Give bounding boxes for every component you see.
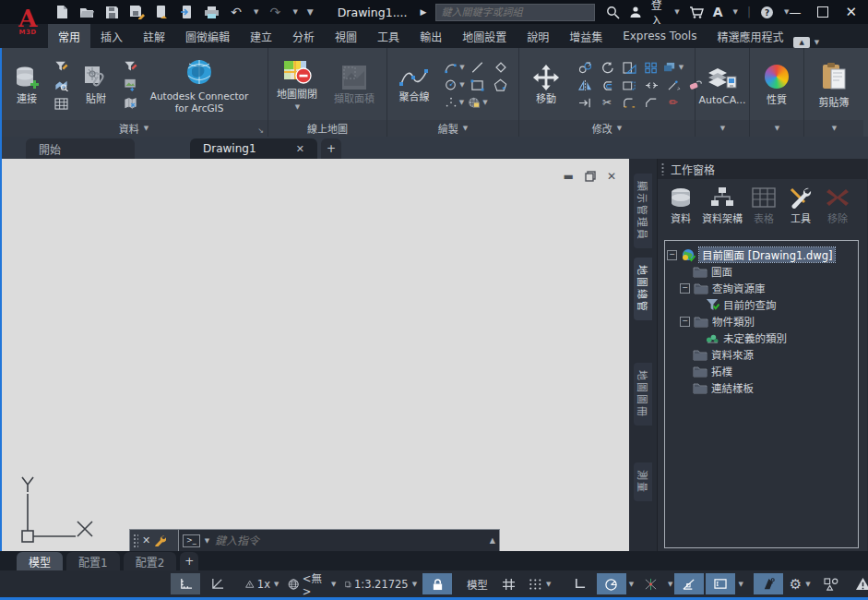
tree-item-data-sources[interactable]: 資料來源 xyxy=(667,346,856,363)
stack-tool-icon[interactable]: ▼ xyxy=(663,62,684,74)
redo-dropdown-icon[interactable]: ▼ xyxy=(292,8,297,16)
grid-toggle[interactable] xyxy=(493,573,523,594)
ribbon-tab-insert[interactable]: 插入 xyxy=(90,24,133,48)
ribbon-tab-home[interactable]: 常用 xyxy=(48,24,90,48)
ribbon-minimize-dropdown-icon[interactable]: ▼ xyxy=(814,39,819,46)
ribbon-tab-output[interactable]: 輸出 xyxy=(410,24,452,48)
ribbon-tab-annotate[interactable]: 註解 xyxy=(133,24,175,48)
command-input[interactable] xyxy=(213,534,485,548)
command-customize-wrench-icon[interactable] xyxy=(154,534,166,546)
object-snap-tracking-toggle[interactable] xyxy=(636,573,665,594)
open-folder-icon[interactable] xyxy=(78,4,95,20)
ribbon-tab-view[interactable]: 視圖 xyxy=(325,24,367,48)
file-tab-close-icon[interactable]: ✕ xyxy=(296,143,304,155)
side-tab-survey[interactable]: 測量 xyxy=(634,462,652,501)
title-expand-icon[interactable]: ▶ xyxy=(421,7,427,17)
point-tool-icon[interactable]: ▼ xyxy=(445,96,464,109)
ribbon-tab-addins[interactable]: 增益集 xyxy=(559,24,612,48)
scale-lock-toggle[interactable] xyxy=(422,573,452,594)
polar-dropdown-icon[interactable]: ▼ xyxy=(629,581,634,588)
new-layout-button[interactable]: + xyxy=(180,552,198,570)
task-pane-tools-button[interactable]: 工具 xyxy=(785,186,816,225)
snap-toggle[interactable]: ▼ xyxy=(525,573,554,594)
dynamic-input-toggle[interactable] xyxy=(706,573,735,594)
offset-tool-icon[interactable] xyxy=(600,79,614,91)
scale-tool-icon[interactable] xyxy=(623,62,636,74)
panel-clipboard[interactable]: 剪貼簿 ▼ xyxy=(804,48,863,137)
copy-tool-icon[interactable] xyxy=(578,62,592,74)
user-icon[interactable] xyxy=(629,6,642,18)
task-pane-schema-button[interactable]: 資料架構 xyxy=(702,186,743,225)
insert-image-icon[interactable] xyxy=(122,78,139,93)
ribbon-tab-create[interactable]: 建立 xyxy=(240,24,282,48)
app-logo[interactable]: A M3D xyxy=(9,0,46,44)
point-style-tool-icon[interactable] xyxy=(494,61,507,74)
command-history-dropdown-icon[interactable]: ▼ xyxy=(205,537,209,545)
dynamic-ucs-toggle[interactable] xyxy=(202,573,232,594)
ribbon-tab-feature-edit[interactable]: 圖徵編輯 xyxy=(175,24,240,48)
panel-clipboard-expand[interactable]: ▼ xyxy=(804,120,863,137)
undo-dropdown-icon[interactable]: ▼ xyxy=(254,8,258,16)
match-properties-tool-icon[interactable] xyxy=(667,79,681,91)
move-button[interactable]: 移動 xyxy=(523,63,569,107)
tree-item-current-query[interactable]: 目前的查詢 xyxy=(667,296,856,313)
rectangle-tool-icon[interactable] xyxy=(470,79,484,91)
panel-data-launcher-icon[interactable]: ↘ xyxy=(257,126,264,135)
array-tool-icon[interactable] xyxy=(645,62,658,74)
tree-item-topology[interactable]: 拓樸 xyxy=(667,363,856,379)
tree-item-link-templates[interactable]: 連結樣板 xyxy=(667,379,856,396)
attach-button[interactable]: 貼附 xyxy=(73,63,119,107)
ribbon-minimize-button[interactable]: ▲ xyxy=(793,37,809,48)
file-tab-drawing1[interactable]: Drawing1 ✕ xyxy=(190,138,317,159)
collapse-icon[interactable]: − xyxy=(680,283,690,294)
autodesk-logo-icon[interactable]: A xyxy=(713,5,723,19)
ribbon-tab-tools[interactable]: 工具 xyxy=(367,24,410,48)
mirror-tool-icon[interactable] xyxy=(578,79,592,91)
drawing-canvas[interactable]: ▬ ✕ xyxy=(2,159,629,551)
task-pane-data-button[interactable]: 資料 xyxy=(665,186,696,225)
file-tab-start[interactable]: 開始 xyxy=(26,138,135,159)
undo-icon[interactable]: ↶ xyxy=(228,4,244,20)
autodesk-dropdown-icon[interactable]: ▼ xyxy=(733,8,738,16)
help-icon[interactable]: ? xyxy=(760,6,774,19)
chamfer-tool-icon[interactable] xyxy=(645,97,658,109)
lengthen-tool-icon[interactable] xyxy=(578,97,592,109)
ribbon-tab-analyze[interactable]: 分析 xyxy=(282,24,325,48)
save-as-icon[interactable] xyxy=(128,4,145,20)
tree-item-undefined-class[interactable]: 未定義的類別 xyxy=(667,330,856,346)
side-tab-display-manager[interactable]: 顯示管理員 xyxy=(634,174,652,248)
print-icon[interactable] xyxy=(203,4,220,20)
object-snap-toggle[interactable] xyxy=(674,573,704,594)
side-tab-map-book[interactable]: 地圖圖冊 xyxy=(634,363,652,426)
panel-autocad-expand[interactable]: ▼ xyxy=(696,120,749,137)
panel-draw-title[interactable]: 繪製▼ xyxy=(387,120,518,137)
polyline-button[interactable]: 聚合線 xyxy=(391,65,437,105)
ribbon-tab-express-tools[interactable]: Express Tools xyxy=(612,24,707,48)
panel-data-expand-icon[interactable]: ▼ xyxy=(144,125,149,132)
filter-edit-icon[interactable] xyxy=(53,59,70,75)
isolate-objects-toggle[interactable] xyxy=(816,573,846,594)
collapse-icon[interactable]: − xyxy=(680,317,690,327)
circle-tool-icon[interactable]: ▼ xyxy=(444,78,464,91)
app-store-cart-icon[interactable] xyxy=(689,6,704,19)
search-data-icon[interactable] xyxy=(53,78,70,93)
minimize-button[interactable]: — xyxy=(789,6,801,19)
new-drawing-tab-button[interactable]: + xyxy=(321,138,341,159)
dyninput-dropdown-icon[interactable]: ▼ xyxy=(738,581,743,588)
side-tab-map-explorer[interactable]: 地圖總管 xyxy=(634,258,652,320)
layout-tab-layout2[interactable]: 配置2 xyxy=(124,552,177,570)
transfer-icon[interactable] xyxy=(178,4,195,20)
new-file-icon[interactable] xyxy=(54,4,70,20)
ribbon-tab-help[interactable]: 說明 xyxy=(517,24,559,48)
workspace-switching-control[interactable]: ⚙▼ xyxy=(785,573,814,594)
tree-item-current-map[interactable]: − 目前圖面 [Drawing1.dwg] xyxy=(667,246,856,263)
table-icon[interactable] xyxy=(53,96,70,112)
coordinate-system-control[interactable]: <無>▼ xyxy=(284,573,339,594)
close-button[interactable]: ✕ xyxy=(845,4,857,20)
annotation-visibility-toggle[interactable] xyxy=(754,573,783,594)
polar-tracking-toggle[interactable] xyxy=(597,573,626,594)
save-icon[interactable] xyxy=(103,4,120,20)
arcgis-connector-button[interactable]: Autodesk Connector for ArcGIS xyxy=(142,55,256,114)
polygon-tool-icon[interactable] xyxy=(493,78,507,91)
panel-modify-title[interactable]: 修改▼ xyxy=(519,120,695,137)
